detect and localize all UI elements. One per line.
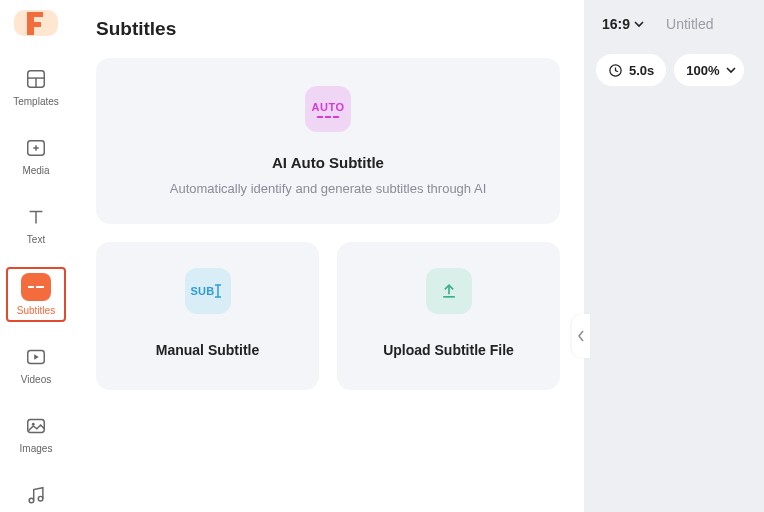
svg-rect-8: [28, 286, 34, 288]
right-panel-controls: 5.0s 100%: [596, 54, 752, 86]
text-icon: [23, 204, 49, 230]
page-title: Subtitles: [96, 18, 560, 40]
sidebar-item-label: Media: [22, 165, 49, 176]
sidebar-item-images[interactable]: Images: [6, 407, 66, 460]
duration-indicator[interactable]: 5.0s: [596, 54, 666, 86]
media-icon: [23, 135, 49, 161]
sidebar-item-label: Images: [20, 443, 53, 454]
sidebar-item-templates[interactable]: Templates: [6, 60, 66, 113]
app-logo[interactable]: [14, 10, 58, 36]
templates-icon: [23, 66, 49, 92]
sidebar-item-label: Subtitles: [17, 305, 55, 316]
sidebar: Templates Media Text Subtitles: [0, 0, 72, 512]
sidebar-item-text[interactable]: Text: [6, 198, 66, 251]
ai-auto-subtitle-desc: Automatically identify and generate subt…: [170, 181, 487, 196]
manual-subtitle-title: Manual Subtitle: [156, 342, 259, 358]
manual-subtitle-icon: SUB: [185, 268, 231, 314]
zoom-selector[interactable]: 100%: [674, 54, 743, 86]
main-panel: Subtitles AUTO AI Auto Subtitle Automati…: [72, 0, 584, 512]
upload-subtitle-title: Upload Subtitle File: [383, 342, 514, 358]
logo-icon: [25, 10, 47, 36]
upload-icon: [426, 268, 472, 314]
subtitles-icon: [21, 273, 51, 301]
sidebar-item-label: Templates: [13, 96, 59, 107]
upload-subtitle-card[interactable]: Upload Subtitle File: [337, 242, 560, 390]
sidebar-item-videos[interactable]: Videos: [6, 338, 66, 391]
collapse-right-panel-button[interactable]: [572, 314, 590, 358]
clock-icon: [608, 63, 623, 78]
ai-auto-subtitle-title: AI Auto Subtitle: [272, 154, 384, 171]
auto-badge-icon: AUTO: [305, 86, 351, 132]
aspect-ratio-selector[interactable]: 16:9: [602, 16, 644, 32]
project-name[interactable]: Untitled: [666, 16, 713, 32]
manual-subtitle-card[interactable]: SUB Manual Subtitle: [96, 242, 319, 390]
svg-rect-9: [36, 286, 44, 288]
videos-icon: [23, 344, 49, 370]
ai-auto-subtitle-card[interactable]: AUTO AI Auto Subtitle Automatically iden…: [96, 58, 560, 224]
chevron-left-icon: [577, 330, 585, 342]
chevron-down-icon: [634, 19, 644, 29]
chevron-down-icon: [726, 65, 736, 75]
right-panel-header: 16:9 Untitled: [596, 16, 752, 32]
sidebar-item-audio[interactable]: Audio: [6, 476, 66, 512]
sidebar-item-label: Text: [27, 234, 45, 245]
sidebar-item-subtitles[interactable]: Subtitles: [6, 267, 66, 322]
right-panel: 16:9 Untitled 5.0s 100%: [584, 0, 764, 512]
audio-icon: [23, 482, 49, 508]
images-icon: [23, 413, 49, 439]
sidebar-item-label: Videos: [21, 374, 51, 385]
subtitle-option-row: SUB Manual Subtitle Upload Subtitle File: [96, 242, 560, 390]
sidebar-item-media[interactable]: Media: [6, 129, 66, 182]
